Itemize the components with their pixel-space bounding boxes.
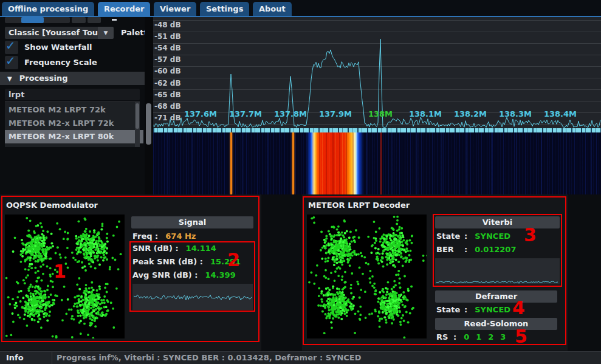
snr-history-graph [132,284,253,310]
reed-solomon-section-header: Reed-Solomon [435,318,557,330]
freq-axis-label: 137.8M [274,109,307,118]
freq-axis-label: 138.1M [409,109,442,118]
tab-offline-processing[interactable]: Offline processing [2,2,94,16]
fft-spectrum-display[interactable]: -48 dB-51 dB-54 dB-57 dB-60 dB-62 dB-65 … [153,17,601,129]
tab-recorder[interactable]: Recorder [98,2,150,16]
waterfall-intensity-strip [153,128,601,132]
waterfall-carrier-line [230,132,232,194]
rs-value-3: 3 [500,332,506,342]
rs-values: 0123 [456,332,506,342]
checkbox-label-show-waterfall: Show Waterfall [24,41,92,53]
processing-header-label: Processing [19,74,68,83]
freq-axis-label: 138M [368,109,393,118]
oqpsk-demodulator-panel: OQPSK Demodulator Signal Freq :674 Hz SN… [0,194,261,351]
checkbox-label-frequency-scale: Frequency Scale [24,57,97,69]
freq-axis-label: 138.2M [454,109,487,118]
freq-axis-label: 137.6M [184,109,217,118]
sidebar: Classic [Youssef Toui ▼ Palette ✓Show Wa… [0,17,145,194]
pipeline-search-input[interactable] [5,89,140,100]
viterbi-ber-graph [435,258,560,284]
checkbox-show-waterfall[interactable]: ✓ [5,41,18,54]
snr-row-value: 14.114 [186,244,216,253]
snr-row-avg-snr-db: Avg SNR (dB) :14.399 [132,270,236,280]
viterbi-state-label: State [436,232,464,241]
meteor-lrpt-decoder-panel: METEOR LRPT Decoder Viterbi State:SYNCED… [302,194,568,351]
snr-row-value: 15.291 [210,257,241,266]
list-item-meteor-m2-x-lrpt-80k[interactable]: METEOR M2-x LRPT 80k [5,130,143,143]
tab-bar: Offline processingRecorderViewerSettings… [0,0,601,16]
decoder-constellation-diagram [307,215,427,338]
freq-value: 674 Hz [165,232,196,241]
palette-combo[interactable]: Classic [Youssef Toui [5,27,101,39]
tab-about[interactable]: About [253,2,292,16]
viterbi-ber-value: 0.012207 [475,245,516,254]
processing-collapse-header[interactable]: ▼Processing [0,72,145,85]
deframer-state-readout: State:SYNCED [436,305,510,314]
sidebar-scrollbar[interactable] [145,17,153,194]
fft-range-slider-fill [21,17,44,23]
viterbi-state-readout: State:SYNCED [436,232,510,241]
waterfall-carrier-line [292,132,294,194]
freq-label: Freq : [132,232,158,241]
small-button-1[interactable] [72,17,86,23]
snr-row-value: 14.399 [205,270,236,280]
snr-row-label: SNR (dB) : [132,244,179,253]
status-bar-info-label: Info [6,353,24,362]
sidebar-scrollbar-thumb[interactable] [146,103,151,145]
rs-value-0: 0 [464,332,469,342]
deframer-section-header: Deframer [435,290,557,303]
rs-label: RS [436,332,453,342]
list-item-meteor-m2-x-lrpt-72k[interactable]: METEOR M2-x LRPT 72k [5,117,143,130]
viterbi-section-header: Viterbi [435,216,560,228]
palette-combo-arrow-icon[interactable]: ▼ [98,27,114,39]
rs-value-1: 1 [476,332,481,342]
deframer-state-value: SYNCED [475,305,510,314]
application-window: Offline processingRecorderViewerSettings… [0,0,601,364]
snr-row-label: Peak SNR (dB) : [132,257,203,266]
viterbi-ber-readout: BER:0.012207 [436,245,516,254]
status-bar-message: Progress inf%, Viterbi : SYNCED BER : 0.… [57,353,362,362]
slider-grab-mark [112,19,117,21]
waterfall-display[interactable] [153,132,601,194]
reed-solomon-readout: RS:0123 [436,332,506,342]
pipeline-list-scrollbar[interactable] [135,102,140,147]
viterbi-state-value: SYNCED [475,232,510,241]
viterbi-ber-label: BER [436,245,464,254]
checkmark-icon: ✓ [5,53,16,68]
freq-readout: Freq :674 Hz [132,232,196,241]
rs-value-2: 2 [488,332,493,342]
bottom-region: OQPSK Demodulator Signal Freq :674 Hz SN… [0,194,601,351]
snr-row-snr-db: SNR (dB) :14.114 [132,244,216,253]
search-input-underline [5,101,140,101]
waterfall-carrier-line [380,132,382,194]
pipeline-list-scrollbar-thumb[interactable] [136,103,139,129]
oqpsk-constellation-diagram [5,215,125,338]
tab-settings[interactable]: Settings [200,2,249,16]
decoder-panel-title: METEOR LRPT Decoder [308,201,410,210]
oqpsk-panel-title: OQPSK Demodulator [6,201,98,210]
freq-axis-label: 138.4M [544,109,577,118]
freq-axis-label: 137.7M [229,109,262,118]
signal-section-header: Signal [131,216,253,228]
fft-range-slider[interactable] [5,17,70,23]
small-button-2[interactable] [88,17,101,23]
pipeline-list: METEOR M2 LRPT 72kMETEOR M2-x LRPT 72kME… [5,102,140,147]
freq-axis-label: 138.3M [499,109,532,118]
checkmark-icon: ✓ [5,38,16,53]
collapse-arrow-icon: ▼ [7,75,12,82]
checkbox-frequency-scale[interactable]: ✓ [5,56,18,69]
list-item-meteor-m2-lrpt-72k[interactable]: METEOR M2 LRPT 72k [5,103,143,117]
status-bar: Info Progress inf%, Viterbi : SYNCED BER… [0,351,601,364]
snr-row-peak-snr-db: Peak SNR (dB) :15.291 [132,257,241,266]
tab-viewer[interactable]: Viewer [154,2,196,16]
deframer-state-label: State [436,305,464,314]
status-bar-separator [52,352,52,364]
freq-axis-label: 137.9M [319,109,352,118]
snr-row-label: Avg SNR (dB) : [132,270,198,280]
waterfall-signal-band [307,132,363,194]
